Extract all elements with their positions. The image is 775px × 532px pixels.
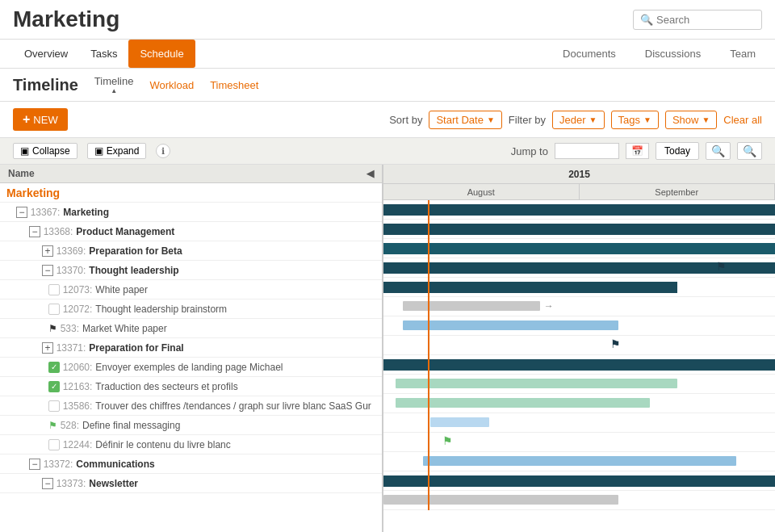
sort-arrow-icon: ▼ — [487, 115, 495, 124]
col-header-name: Name — [8, 168, 35, 179]
clear-all-button[interactable]: Clear all — [723, 114, 762, 126]
gantt-row — [383, 355, 775, 375]
jump-to-section: Jump to 📅 Today 🔍 🔍 — [511, 142, 762, 160]
milestone-green-flag-icon: ⚑ — [442, 434, 453, 447]
new-button[interactable]: + NEW — [13, 108, 68, 131]
gantt-bar — [403, 320, 618, 330]
checkbox-empty[interactable] — [48, 400, 60, 412]
gantt-row: ⚑ — [383, 433, 775, 452]
list-item: − 13368: Product Management — [0, 222, 382, 241]
gantt-bar — [383, 359, 775, 371]
collapse-icon[interactable]: − — [29, 459, 40, 470]
gantt-bar — [396, 379, 677, 388]
gantt-row — [383, 413, 775, 433]
list-item: − 13367: Marketing — [0, 203, 382, 222]
nav-team[interactable]: Team — [723, 40, 762, 68]
gantt-row: ⚑ — [383, 336, 775, 355]
gantt-bar — [383, 243, 775, 254]
gantt-bar — [383, 204, 775, 216]
search-input[interactable] — [656, 14, 753, 26]
list-item: Marketing — [0, 183, 382, 203]
collapse-button[interactable]: ▣ Collapse — [13, 143, 78, 159]
gantt-bar — [403, 301, 540, 311]
gantt-row — [383, 471, 775, 491]
col-header: Name ◀ — [0, 165, 382, 183]
header: Marketing 🔍 — [0, 0, 775, 40]
collapse-icon[interactable]: − — [42, 265, 53, 276]
collapse-icon[interactable]: − — [16, 207, 27, 218]
nav-overview[interactable]: Overview — [13, 40, 79, 68]
gantt-header: 2015 August September — [383, 165, 775, 200]
nav-schedule[interactable]: Schedule — [128, 40, 195, 68]
section-marketing: Marketing — [6, 186, 60, 199]
main-content: Name ◀ Marketing − 13367: Marketing − 13… — [0, 165, 775, 532]
checkbox-checked[interactable]: ✓ — [48, 362, 60, 373]
collapse-arrow-icon[interactable]: ◀ — [367, 168, 374, 179]
collapse-icon[interactable]: − — [29, 226, 40, 237]
jump-to-input[interactable] — [555, 143, 619, 159]
today-button[interactable]: Today — [656, 142, 699, 160]
gantt-month-august: August — [383, 184, 580, 199]
filter-dropdown[interactable]: Jeder ▼ — [552, 111, 604, 129]
tab-workload[interactable]: Workload — [149, 79, 194, 91]
gantt-bar — [383, 495, 618, 505]
checkbox-empty[interactable] — [48, 439, 60, 450]
gantt-month-september: September — [580, 184, 776, 199]
collapse-toolbar: ▣ Collapse ▣ Expand ℹ Jump to 📅 Today 🔍 … — [0, 138, 775, 165]
checkbox-checked[interactable]: ✓ — [48, 381, 60, 392]
sort-dropdown[interactable]: Start Date ▼ — [429, 111, 501, 129]
gantt-row — [383, 316, 775, 336]
gantt-row: → — [383, 297, 775, 316]
gantt-bar — [383, 224, 775, 235]
page-title: Marketing — [13, 6, 119, 32]
left-panel: Name ◀ Marketing − 13367: Marketing − 13… — [0, 165, 383, 532]
gantt-row — [383, 278, 775, 297]
toolbar: + NEW Sort by Start Date ▼ Filter by Jed… — [0, 102, 775, 138]
gantt-year: 2015 — [383, 165, 775, 184]
list-item: + 13371: Preparation for Final — [0, 338, 382, 358]
show-arrow-icon: ▼ — [702, 115, 710, 124]
expand-button[interactable]: ▣ Expand — [87, 143, 147, 159]
list-item: − 13370: Thought leadership — [0, 261, 382, 280]
info-button[interactable]: ℹ — [156, 144, 170, 158]
tags-dropdown[interactable]: Tags ▼ — [611, 111, 659, 129]
list-item: 12244: Définir le contenu du livre blanc — [0, 435, 382, 455]
flag-icon: ⚑ — [48, 323, 57, 334]
milestone-flag-icon: ⚑ — [716, 260, 727, 273]
gantt-chart: 2015 August September — [383, 165, 775, 532]
collapse-icon[interactable]: − — [42, 478, 53, 489]
search-icon: 🔍 — [640, 14, 653, 26]
gantt-row — [383, 239, 775, 258]
gantt-row — [383, 491, 775, 510]
calendar-button[interactable]: 📅 — [626, 143, 649, 159]
show-dropdown[interactable]: Show ▼ — [665, 111, 717, 129]
list-item: 13586: Trouver des chiffres /tendances /… — [0, 396, 382, 416]
expand-icon[interactable]: + — [42, 245, 53, 257]
plus-icon: + — [23, 112, 30, 127]
list-item: ✓ 12163: Traduction des secteurs et prof… — [0, 377, 382, 396]
nav-discussions[interactable]: Discussions — [639, 40, 707, 68]
nav-documents[interactable]: Documents — [556, 40, 622, 68]
search-box[interactable]: 🔍 — [633, 10, 762, 30]
nav-tasks[interactable]: Tasks — [79, 40, 128, 68]
gantt-row — [383, 452, 775, 471]
tab-timesheet[interactable]: Timesheet — [210, 79, 258, 91]
filter-by-label: Filter by — [509, 114, 546, 126]
gantt-rows: ⚑ → ⚑ — [383, 200, 775, 510]
gantt-bar — [383, 475, 775, 487]
tab-timeline[interactable]: Timeline — [94, 75, 134, 87]
zoom-in-button[interactable]: 🔍 — [706, 142, 731, 160]
checkbox-empty[interactable] — [48, 284, 60, 295]
gantt-row: ⚑ — [383, 258, 775, 278]
filter-arrow-icon: ▼ — [589, 115, 597, 124]
checkbox-empty[interactable] — [48, 304, 60, 315]
bar-arrow-icon: → — [544, 300, 554, 312]
jump-to-label: Jump to — [511, 145, 548, 157]
gantt-months: August September — [383, 184, 775, 200]
main-nav: Overview Tasks Schedule Documents Discus… — [0, 40, 775, 69]
zoom-out-button[interactable]: 🔍 — [737, 142, 762, 160]
milestone-flag-icon: ⚑ — [610, 337, 621, 350]
nav-left: Overview Tasks Schedule — [13, 40, 195, 68]
list-item: − 13372: Communications — [0, 455, 382, 474]
expand-icon[interactable]: + — [42, 342, 53, 354]
